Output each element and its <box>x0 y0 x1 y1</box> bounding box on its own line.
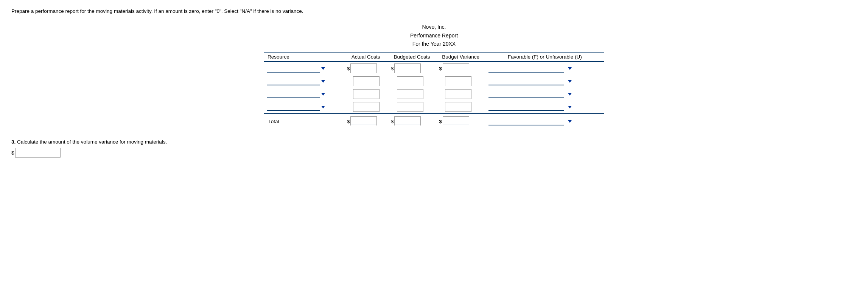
table-row: $ $ $ <box>264 62 604 75</box>
variance-input-1[interactable] <box>443 63 469 73</box>
resource-underline-2 <box>267 77 320 85</box>
budgeted-cost-input-2[interactable] <box>397 76 423 86</box>
header-favorable: Favorable (F) or Unfavorable (U) <box>485 52 604 62</box>
resource-underline-4 <box>267 103 320 111</box>
report-type: Performance Report <box>410 31 458 40</box>
report-period: For the Year 20XX <box>410 40 458 48</box>
favorable-dropdown-arrow-4[interactable] <box>568 106 572 108</box>
budgeted-cost-total[interactable] <box>394 116 421 126</box>
section-3: 3. Calculate the amount of the volume va… <box>11 139 857 158</box>
resource-cell-3 <box>267 90 331 98</box>
actual-cost-input-3[interactable] <box>353 89 380 99</box>
actual-cost-input-2[interactable] <box>353 76 380 86</box>
favorable-cell-4 <box>488 103 587 111</box>
resource-dropdown-arrow-1[interactable] <box>321 67 325 70</box>
favorable-cell-3 <box>488 90 587 98</box>
actual-cost-total[interactable] <box>350 116 377 126</box>
report-title: Novo, Inc. Performance Report For the Ye… <box>410 23 458 48</box>
favorable-cell-2 <box>488 77 587 85</box>
resource-dropdown-arrow-3[interactable] <box>321 93 325 96</box>
dollar-sign-variance-total: $ <box>439 119 442 124</box>
resource-cell-2 <box>267 77 331 85</box>
favorable-underline-1 <box>488 64 564 73</box>
company-name: Novo, Inc. <box>410 23 458 31</box>
variance-input-2[interactable] <box>445 76 471 86</box>
dollar-sign-actual-total: $ <box>347 119 350 124</box>
volume-variance-input[interactable] <box>15 148 61 158</box>
header-budget-variance: Budget Variance <box>436 52 485 62</box>
favorable-underline-3 <box>488 90 564 98</box>
actual-cost-input-1[interactable] <box>350 63 377 73</box>
dollar-sign-variance-1: $ <box>439 66 442 71</box>
budgeted-cost-input-1[interactable] <box>394 63 421 73</box>
favorable-underline-2 <box>488 77 564 85</box>
dollar-sign-budget-1: $ <box>391 66 394 71</box>
dollar-sign-budget-total: $ <box>391 119 394 124</box>
favorable-cell-total <box>488 117 587 125</box>
favorable-dropdown-arrow-3[interactable] <box>568 93 572 96</box>
variance-input-4[interactable] <box>445 102 471 112</box>
variance-input-3[interactable] <box>445 89 471 99</box>
section3-label: 3. Calculate the amount of the volume va… <box>11 139 857 145</box>
favorable-underline-4 <box>488 103 564 111</box>
resource-cell-4 <box>267 103 331 111</box>
dollar-sign-section3: $ <box>11 150 14 156</box>
budgeted-cost-input-3[interactable] <box>397 89 423 99</box>
resource-underline-1 <box>267 64 320 73</box>
resource-dropdown-arrow-2[interactable] <box>321 80 325 83</box>
header-resource: Resource <box>264 52 344 62</box>
dollar-sign-actual-1: $ <box>347 66 350 71</box>
table-row <box>264 75 604 88</box>
instructions-text: Prepare a performance report for the mov… <box>11 8 857 15</box>
favorable-underline-total <box>488 117 564 125</box>
favorable-dropdown-arrow-total[interactable] <box>568 120 572 123</box>
resource-cell-1 <box>267 64 331 73</box>
header-budgeted-costs: Budgeted Costs <box>388 52 436 62</box>
resource-underline-3 <box>267 90 320 98</box>
favorable-dropdown-arrow-1[interactable] <box>568 67 572 70</box>
budgeted-cost-input-4[interactable] <box>397 102 423 112</box>
header-actual-costs: Actual Costs <box>344 52 388 62</box>
total-label: Total <box>267 119 279 124</box>
table-row <box>264 88 604 100</box>
resource-dropdown-arrow-4[interactable] <box>321 106 325 108</box>
total-row: Total $ $ $ <box>264 114 604 128</box>
actual-cost-input-4[interactable] <box>353 102 380 112</box>
section3-input-wrap: $ <box>11 148 857 158</box>
favorable-dropdown-arrow-2[interactable] <box>568 80 572 83</box>
table-row <box>264 100 604 114</box>
variance-total[interactable] <box>443 116 469 126</box>
favorable-cell-1 <box>488 64 587 73</box>
